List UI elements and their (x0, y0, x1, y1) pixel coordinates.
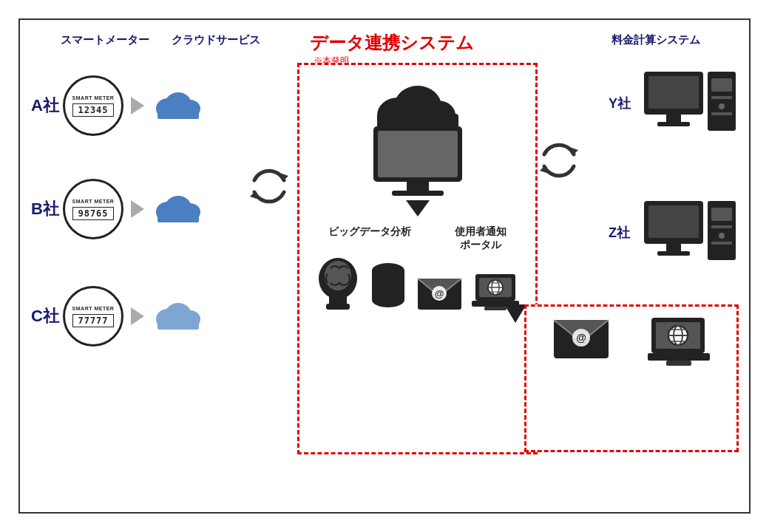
smart-meter-a-label: SMART METER (72, 95, 115, 100)
smart-meter-c-label: SMART METER (72, 306, 115, 311)
center-bottom-labels: ビッグデータ分析 使用者通知ポータル (299, 225, 535, 252)
svg-point-32 (372, 293, 404, 307)
svg-rect-84 (666, 361, 691, 366)
svg-rect-58 (711, 96, 732, 99)
cloud-a (152, 86, 205, 125)
svg-text:@: @ (576, 332, 586, 344)
main-diagram: スマートメーター クラウドサービス データ連携システム ※本発明 料金計算システ… (18, 18, 751, 514)
svg-rect-66 (711, 208, 732, 221)
company-z-label: Z社 (609, 224, 637, 242)
email-icon: @ (416, 273, 464, 313)
smart-meter-b: SMART METER 98765 (63, 179, 123, 239)
svg-rect-60 (711, 112, 732, 115)
brain-icon (314, 258, 362, 313)
email-large-icon: @ (552, 314, 611, 366)
svg-rect-55 (657, 122, 690, 126)
data-system-header: データ連携システム ※本発明 (310, 31, 474, 67)
svg-rect-22 (407, 182, 429, 191)
sync-arrows-right (538, 131, 580, 190)
database-icon (368, 262, 409, 313)
laptop-large-icon (646, 314, 712, 369)
arrow-a (131, 97, 144, 115)
svg-rect-7 (157, 212, 199, 222)
bigdata-label: ビッグデータ分析 (328, 225, 411, 252)
cloud-c (152, 297, 205, 335)
company-y-label: Y社 (609, 95, 637, 112)
billing-z-row: Z社 (609, 197, 739, 267)
svg-rect-64 (657, 251, 690, 256)
center-monitor-icon (366, 123, 470, 204)
svg-rect-3 (157, 109, 199, 119)
center-dashed-box: ビッグデータ分析 使用者通知ポータル (297, 63, 538, 454)
svg-rect-62 (648, 205, 699, 238)
svg-rect-67 (711, 225, 732, 228)
svg-rect-11 (157, 319, 199, 330)
portal-label: 使用者通知ポータル (455, 225, 507, 252)
sync-arrows-left (248, 157, 291, 216)
company-a-row: A社 SMART METER 12345 (30, 75, 205, 136)
svg-rect-53 (648, 76, 699, 109)
company-a-label: A社 (30, 95, 60, 117)
company-c-label: C社 (30, 305, 60, 327)
arrow-b (131, 200, 144, 218)
svg-rect-26 (326, 304, 350, 310)
smart-meter-header: スマートメーター (61, 33, 149, 47)
center-cloud-monitor (299, 78, 535, 197)
bigdata-icons (314, 258, 409, 313)
smart-meter-b-label: SMART METER (72, 199, 115, 204)
smart-meter-a: SMART METER 12345 (63, 75, 123, 136)
computer-y (643, 68, 739, 138)
svg-rect-57 (711, 78, 732, 92)
computer-z (643, 197, 739, 267)
company-c-row: C社 SMART METER 77777 (30, 286, 205, 347)
smart-meter-c: SMART METER 77777 (63, 286, 123, 347)
svg-rect-54 (666, 115, 681, 122)
svg-point-59 (719, 103, 725, 109)
cloud-b (152, 190, 205, 228)
svg-rect-21 (378, 131, 458, 177)
smart-meter-a-value: 12345 (72, 103, 113, 117)
svg-marker-50 (504, 304, 526, 323)
notification-dashed-box: @ (524, 304, 739, 452)
svg-rect-23 (392, 191, 444, 196)
company-b-row: B社 SMART METER 98765 (30, 179, 205, 239)
arrow-c (131, 307, 144, 325)
svg-rect-63 (666, 244, 681, 251)
smart-meter-c-value: 77777 (72, 314, 113, 327)
svg-point-68 (719, 233, 725, 239)
billing-system-header: 料金計算システム (612, 33, 700, 47)
company-b-label: B社 (30, 198, 60, 220)
cloud-service-header: クラウドサービス (172, 33, 260, 47)
svg-point-27 (325, 261, 351, 290)
notification-icons-row: @ (526, 314, 736, 369)
smart-meter-b-value: 98765 (72, 207, 113, 220)
svg-rect-69 (711, 242, 732, 245)
svg-text:@: @ (434, 288, 444, 299)
svg-rect-83 (648, 353, 710, 361)
billing-y-row: Y社 (609, 68, 739, 138)
